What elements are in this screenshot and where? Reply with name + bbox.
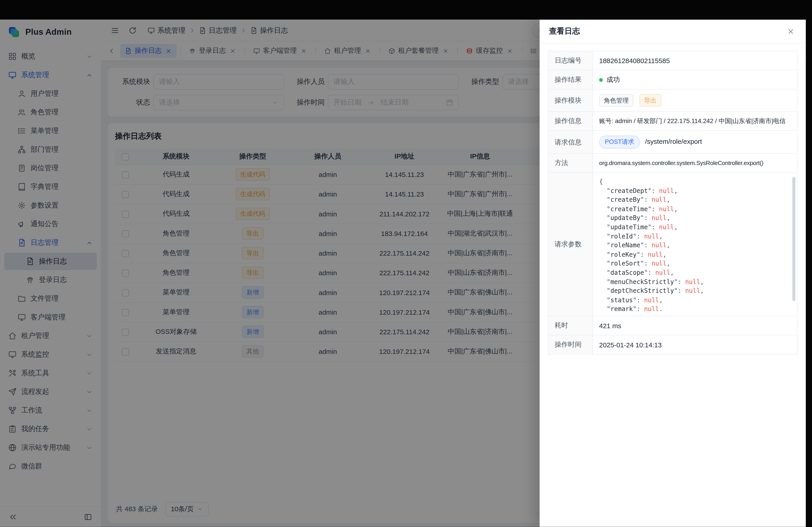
json-line: "updateBy": null,: [599, 214, 791, 223]
operation-info-value: 账号: admin / 研发部门 / 222.175.114.242 / 中国|…: [593, 111, 797, 131]
field-label: 耗时: [548, 316, 593, 335]
field-label: 操作模块: [548, 89, 593, 111]
field-label: 请求参数: [548, 173, 593, 316]
close-icon: [787, 28, 794, 35]
json-line: "roleId": null,: [599, 232, 791, 241]
json-line: "updateTime": null,: [599, 223, 791, 232]
field-label: 日志编号: [548, 51, 593, 70]
operation-time-value: 2025-01-24 10:14:13: [593, 335, 797, 354]
drawer-body: 日志编号 1882612840802115585 操作结果 成功 操作模块: [539, 44, 806, 362]
success-dot: [599, 78, 603, 82]
request-params-cell: { "createDept": null, "createBy": null, …: [593, 173, 797, 316]
json-line: "deptCheckStrictly": null,: [599, 287, 791, 296]
app-window: Plus Admin 概览系统管理用户管理角色管理菜单管理部门管理岗位管理字典管…: [0, 20, 806, 527]
log-id-value: 1882612840802115585: [593, 51, 797, 70]
field-label: 请求信息: [548, 131, 593, 153]
json-line: "remark": null,: [599, 305, 791, 311]
json-line: "createBy": null,: [599, 196, 791, 205]
drawer-header: 查看日志: [539, 20, 806, 44]
json-line: "createTime": null,: [599, 205, 791, 214]
http-method-tag: POST请求: [599, 136, 640, 149]
field-label: 操作结果: [548, 70, 593, 89]
log-detail-table: 日志编号 1882612840802115585 操作结果 成功 操作模块: [548, 51, 798, 355]
method-value: org.dromara.system.controller.system.Sys…: [593, 153, 797, 173]
module-value: 角色管理 导出: [593, 89, 797, 111]
json-line: "menuCheckStrictly": null,: [599, 278, 791, 287]
json-line: "roleName": null,: [599, 241, 791, 250]
screen: Plus Admin 概览系统管理用户管理角色管理菜单管理部门管理岗位管理字典管…: [0, 0, 812, 527]
drawer-close-button[interactable]: [785, 26, 797, 37]
request-params-json: { "createDept": null, "createBy": null, …: [599, 177, 791, 311]
json-line: "roleKey": null,: [599, 251, 791, 259]
field-label: 操作信息: [548, 111, 593, 131]
result-value: 成功: [593, 70, 797, 89]
duration-value: 421 ms: [593, 316, 797, 335]
view-log-drawer: 查看日志 日志编号 1882612840802115585 操作结果 成功: [539, 20, 806, 527]
action-tag: 导出: [639, 94, 661, 107]
field-label: 操作时间: [548, 335, 593, 354]
json-line: "status": null,: [599, 296, 791, 305]
request-info-value: POST请求/system/role/export: [593, 131, 797, 153]
json-line: "dataScope": null,: [599, 269, 791, 277]
json-line: "createDept": null,: [599, 187, 791, 196]
scrollbar-thumb[interactable]: [792, 177, 796, 301]
field-label: 方法: [548, 153, 593, 173]
module-tag: 角色管理: [599, 94, 633, 107]
drawer-title: 查看日志: [549, 26, 580, 36]
json-line: "roleSort": null,: [599, 259, 791, 269]
